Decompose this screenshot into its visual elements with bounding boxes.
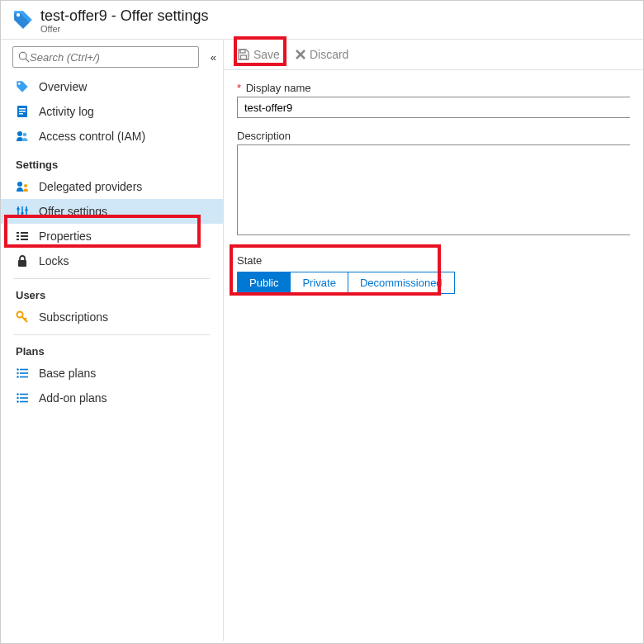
sidebar-section-users: Users <box>1 279 223 305</box>
svg-point-35 <box>17 393 18 395</box>
page-header: test-offer9 - Offer settings Offer <box>1 1 643 40</box>
sidebar-item-overview[interactable]: Overview <box>1 74 223 99</box>
sidebar-item-activity-log[interactable]: Activity log <box>1 99 223 124</box>
svg-line-3 <box>26 59 29 62</box>
svg-rect-24 <box>21 239 28 240</box>
svg-point-37 <box>17 397 18 399</box>
search-icon <box>18 51 30 63</box>
sidebar-item-label: Subscriptions <box>39 310 108 324</box>
svg-rect-18 <box>26 209 28 211</box>
svg-rect-32 <box>20 372 28 374</box>
display-name-label-text: Display name <box>246 82 311 94</box>
delegated-providers-icon <box>16 180 29 193</box>
svg-rect-8 <box>19 113 23 115</box>
svg-rect-34 <box>20 376 28 378</box>
required-asterisk: * <box>237 82 241 94</box>
svg-point-11 <box>17 182 22 187</box>
description-textarea[interactable] <box>237 144 630 235</box>
svg-rect-23 <box>17 239 19 240</box>
state-option-decommissioned[interactable]: Decommissioned <box>348 272 454 293</box>
sidebar-item-properties[interactable]: Properties <box>1 224 223 249</box>
svg-rect-38 <box>20 397 28 399</box>
lock-icon <box>16 254 29 268</box>
sidebar-item-offer-settings[interactable]: Offer settings <box>1 199 223 224</box>
svg-point-33 <box>17 376 18 377</box>
svg-rect-41 <box>240 50 245 53</box>
save-label: Save <box>253 48 280 61</box>
state-segmented-control: Public Private Decommissioned <box>237 272 455 294</box>
settings-sliders-icon <box>16 205 29 218</box>
toolbar: Save Discard <box>224 40 643 70</box>
sidebar-item-label: Overview <box>39 80 87 93</box>
sidebar-section-plans: Plans <box>1 335 223 361</box>
page-subtitle: Offer <box>40 24 208 34</box>
key-icon <box>16 310 29 324</box>
sidebar-item-access-control[interactable]: Access control (IAM) <box>1 124 223 149</box>
svg-point-2 <box>19 52 26 59</box>
collapse-sidebar-button[interactable]: « <box>211 51 216 64</box>
activity-log-icon <box>16 105 29 118</box>
svg-point-1 <box>17 13 20 17</box>
sidebar-section-settings: Settings <box>1 149 223 174</box>
display-name-input[interactable] <box>237 97 630 118</box>
list-icon <box>16 367 29 380</box>
svg-rect-42 <box>241 55 247 59</box>
access-control-icon <box>16 130 29 143</box>
search-input[interactable] <box>30 51 193 64</box>
svg-point-29 <box>17 368 18 370</box>
svg-rect-19 <box>17 232 19 234</box>
svg-point-4 <box>18 83 21 85</box>
svg-point-10 <box>23 133 27 137</box>
offer-settings-form: * Display name Description State Public … <box>224 70 643 294</box>
svg-rect-21 <box>17 235 19 237</box>
svg-rect-25 <box>18 260 26 267</box>
offer-tag-icon <box>16 80 29 93</box>
sidebar-item-locks[interactable]: Locks <box>1 249 223 273</box>
sidebar-item-label: Properties <box>39 230 92 243</box>
svg-line-28 <box>25 318 26 320</box>
sidebar-item-addon-plans[interactable]: Add-on plans <box>1 386 223 410</box>
svg-rect-22 <box>21 235 28 237</box>
svg-rect-36 <box>20 394 28 395</box>
page-title: test-offer9 - Offer settings <box>40 7 208 25</box>
svg-point-26 <box>17 312 23 318</box>
state-option-private[interactable]: Private <box>290 272 347 293</box>
svg-point-12 <box>24 184 27 187</box>
svg-rect-30 <box>20 369 28 371</box>
sidebar-item-base-plans[interactable]: Base plans <box>1 361 223 386</box>
svg-rect-7 <box>19 111 26 112</box>
state-label: State <box>237 254 630 267</box>
display-name-label: * Display name <box>237 82 630 94</box>
svg-point-9 <box>17 131 22 136</box>
list-icon <box>16 391 29 405</box>
search-box[interactable] <box>12 46 199 68</box>
sidebar-item-label: Delegated providers <box>39 180 142 193</box>
discard-button[interactable]: Discard <box>295 48 348 61</box>
svg-rect-20 <box>21 232 28 234</box>
svg-point-39 <box>17 400 18 402</box>
state-option-public[interactable]: Public <box>238 272 290 293</box>
svg-rect-6 <box>19 108 26 110</box>
sidebar-item-label: Locks <box>39 254 69 268</box>
svg-rect-16 <box>17 208 20 211</box>
save-button[interactable]: Save <box>237 48 280 61</box>
sidebar-item-label: Offer settings <box>39 205 107 218</box>
sidebar-item-delegated-providers[interactable]: Delegated providers <box>1 174 223 199</box>
discard-label: Discard <box>310 48 348 61</box>
offer-tag-icon <box>12 9 34 31</box>
properties-icon <box>16 230 29 243</box>
close-icon <box>295 49 306 60</box>
sidebar-item-subscriptions[interactable]: Subscriptions <box>1 305 223 329</box>
sidebar-item-label: Add-on plans <box>39 391 107 405</box>
sidebar-item-label: Access control (IAM) <box>39 130 145 143</box>
description-label: Description <box>237 130 630 142</box>
svg-rect-17 <box>21 212 24 215</box>
save-icon <box>237 48 250 61</box>
sidebar: « Overview Activity log Access control (… <box>1 40 224 641</box>
svg-point-31 <box>17 372 18 374</box>
svg-rect-40 <box>20 401 28 403</box>
sidebar-item-label: Base plans <box>39 367 96 380</box>
main-panel: Save Discard * Display name Description … <box>224 40 643 641</box>
sidebar-item-label: Activity log <box>39 105 94 118</box>
